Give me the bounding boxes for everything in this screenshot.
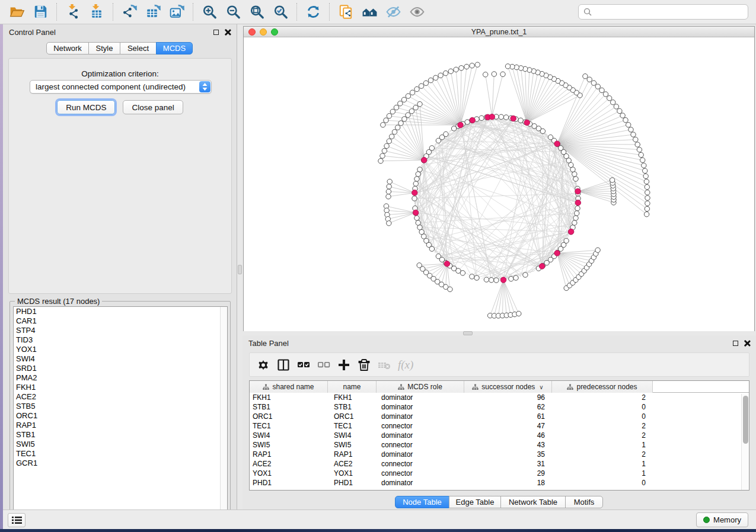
export-image-button[interactable] [167, 2, 187, 21]
import-table-button[interactable] [87, 2, 107, 21]
zoom-in-button[interactable] [199, 2, 219, 21]
mcds-result-item[interactable]: STP4 [14, 326, 227, 335]
table-row[interactable]: ORC1ORC1dominator610 [250, 412, 749, 421]
mcds-result-item[interactable]: ORC1 [14, 411, 227, 421]
list-scrollbar-track[interactable] [220, 307, 227, 517]
tab-style[interactable]: Style [88, 42, 120, 55]
vertical-splitter[interactable] [237, 24, 243, 509]
mcds-result-item[interactable]: STB5 [14, 402, 227, 411]
column-settings-button[interactable] [254, 356, 272, 374]
table-cell: 1 [552, 440, 646, 450]
search-input[interactable] [595, 8, 748, 17]
close-panel-icon[interactable] [744, 340, 750, 347]
close-panel-icon[interactable] [224, 29, 231, 36]
mcds-result-item[interactable]: STB1 [14, 430, 227, 440]
deselect-all-button[interactable] [315, 356, 333, 374]
search-box[interactable] [578, 4, 748, 20]
delete-column-icon [357, 358, 371, 372]
create-column-button[interactable] [335, 356, 353, 374]
export-table-button[interactable] [143, 2, 163, 21]
save-button[interactable] [30, 2, 50, 21]
table-cell: 62 [464, 402, 545, 412]
mcds-result-group: MCDS result (17 nodes) PHD1CAR1STP4TID3Y… [9, 301, 231, 521]
horizontal-splitter[interactable] [243, 331, 756, 335]
table-row[interactable]: RAP1RAP1dominator352 [250, 450, 749, 459]
mcds-result-item[interactable]: FKH1 [14, 383, 227, 392]
node-table[interactable]: shared namenameMCDS rolesuccessor nodes∨… [249, 380, 749, 491]
table-cell: 29 [464, 469, 545, 478]
zoom-fit-button[interactable] [247, 2, 267, 21]
mcds-result-item[interactable]: GCR1 [14, 459, 227, 468]
table-cell: 2 [552, 421, 646, 431]
tab-select[interactable]: Select [120, 42, 157, 55]
tab-edge-table[interactable]: Edge Table [449, 496, 501, 508]
table-cell: SWI4 [253, 431, 324, 440]
first-neighbors-button[interactable] [359, 2, 379, 21]
table-row[interactable]: TEC1TEC1connector472 [250, 421, 749, 431]
mcds-result-item[interactable]: PHD1 [14, 307, 227, 316]
network-view-canvas[interactable] [244, 37, 754, 331]
tab-motifs[interactable]: Motifs [565, 496, 603, 508]
tab-network[interactable]: Network [46, 42, 89, 55]
table-cell: 0 [552, 412, 646, 421]
memory-button[interactable]: Memory [696, 512, 748, 527]
mcds-result-item[interactable]: ACE2 [14, 392, 227, 402]
table-row[interactable]: PHD1PHD1dominator180 [250, 478, 749, 488]
table-scrollbar-thumb[interactable] [743, 396, 748, 444]
refresh-button[interactable] [303, 2, 323, 21]
splitter-grip[interactable] [463, 331, 473, 335]
table-scrollbar-track[interactable] [741, 394, 748, 490]
import-network-button[interactable] [63, 2, 83, 21]
column-header-predecessor-nodes[interactable]: predecessor nodes [552, 381, 653, 393]
table-cell: dominator [381, 393, 452, 402]
open-icon [9, 4, 25, 20]
criterion-dropdown[interactable]: largest connected component (undirected) [30, 80, 212, 94]
table-row[interactable]: STB1STB1dominator620 [250, 402, 749, 412]
duplicate-network-button[interactable] [336, 2, 356, 21]
tab-mcds[interactable]: MCDS [156, 42, 193, 55]
mcds-result-item[interactable]: RAP1 [14, 421, 227, 430]
mcds-result-item[interactable]: SWI5 [14, 440, 227, 449]
hide-selected-button[interactable] [383, 2, 403, 21]
show-columns-button[interactable] [275, 356, 292, 374]
mcds-result-item[interactable]: PMA2 [14, 373, 227, 383]
network-window-titlebar[interactable]: YPA_prune.txt_1 [244, 27, 754, 37]
float-panel-icon[interactable] [733, 341, 738, 346]
tab-node-table[interactable]: Node Table [395, 496, 449, 508]
zoom-selected-button[interactable] [270, 2, 291, 21]
column-header-label: shared name [272, 383, 314, 391]
close-panel-button[interactable]: Close panel [123, 100, 183, 114]
mcds-result-item[interactable]: SWI4 [14, 354, 227, 364]
select-all-button[interactable] [295, 356, 312, 374]
run-mcds-button[interactable]: Run MCDS [57, 100, 115, 114]
tab-network-table[interactable]: Network Table [500, 496, 566, 508]
show-all-button[interactable] [407, 2, 427, 21]
mcds-result-list[interactable]: PHD1CAR1STP4TID3YOX1SWI4SRD1PMA2FKH1ACE2… [13, 306, 228, 518]
delete-column-button[interactable] [355, 356, 373, 374]
table-row[interactable]: SWI5SWI5connector431 [250, 440, 749, 450]
table-row[interactable]: YOX1YOX1connector291 [250, 469, 749, 478]
optimization-criterion-label: Optimization criterion: [9, 69, 231, 78]
mcds-result-item[interactable]: TID3 [14, 335, 227, 345]
function-builder-button[interactable]: f(x) [398, 358, 413, 371]
open-button[interactable] [7, 2, 27, 21]
delete-table-button[interactable] [375, 356, 393, 374]
table-row[interactable]: FKH1FKH1dominator962 [250, 393, 749, 402]
mcds-result-item[interactable]: TEC1 [14, 449, 227, 459]
column-header-name[interactable]: name [328, 381, 377, 393]
table-row[interactable]: SWI4SWI4dominator462 [250, 431, 749, 440]
zoom-out-button[interactable] [223, 2, 243, 21]
splitter-grip[interactable] [238, 265, 242, 274]
table-row[interactable]: ACE2ACE2connector311 [250, 459, 749, 469]
column-header-MCDS-role[interactable]: MCDS role [377, 381, 464, 393]
mcds-result-item[interactable]: CAR1 [14, 316, 227, 326]
column-header-shared-name[interactable]: shared name [250, 381, 328, 393]
task-history-button[interactable] [8, 513, 25, 527]
mcds-result-item[interactable]: YOX1 [14, 345, 227, 354]
mcds-result-item[interactable]: SRD1 [14, 364, 227, 373]
export-network-button[interactable] [119, 2, 139, 21]
float-panel-icon[interactable] [213, 30, 219, 35]
column-header-successor-nodes[interactable]: successor nodes∨ [464, 381, 552, 393]
network-graph[interactable] [244, 37, 754, 331]
toolbar-separator [329, 3, 330, 21]
